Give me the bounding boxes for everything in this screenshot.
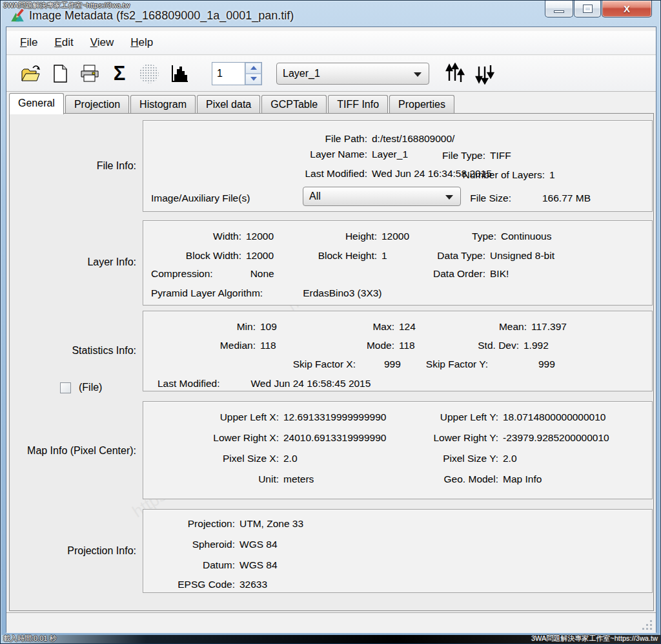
close-button[interactable]: X bbox=[602, 1, 652, 17]
aux-files-value: All bbox=[303, 191, 321, 202]
upper-left-x-value: 12.6913319999999990 bbox=[283, 411, 386, 423]
tab-tiff-info[interactable]: TIFF Info bbox=[328, 95, 388, 113]
num-layers-value: 1 bbox=[549, 169, 555, 181]
compression-value: None bbox=[250, 267, 274, 280]
open-file-button[interactable] bbox=[15, 59, 45, 88]
menu-bar: File Edit View Help bbox=[6, 31, 656, 55]
type-value: Continuous bbox=[501, 230, 551, 242]
lower-layer-button[interactable] bbox=[471, 59, 500, 88]
lower-right-x-label: Lower Right X: bbox=[213, 431, 279, 444]
last-modified-label: Last Modified: bbox=[305, 167, 368, 180]
lower-right-x-row: Lower Right X:24010.6913319999990 bbox=[279, 431, 386, 444]
spin-up-icon bbox=[250, 66, 257, 70]
stats-file-checkbox[interactable] bbox=[60, 382, 71, 393]
menu-file[interactable]: File bbox=[12, 32, 46, 53]
min-value: 109 bbox=[260, 320, 277, 333]
tab-properties[interactable]: Properties bbox=[389, 95, 454, 113]
status-bar bbox=[6, 612, 656, 633]
pyramid-row: Pyramid Layer Algorithm:ErdasBino3 (3X3) bbox=[151, 287, 382, 299]
layer-select-dropdown[interactable]: Layer_1 bbox=[276, 63, 429, 85]
resize-grip[interactable] bbox=[642, 619, 653, 630]
type-label: Type: bbox=[472, 230, 496, 242]
minimize-icon bbox=[554, 10, 564, 13]
median-value: 118 bbox=[260, 339, 276, 351]
histogram-button[interactable] bbox=[164, 59, 194, 88]
block-width-row: Block Width:12000 bbox=[241, 249, 274, 262]
layer-number-input[interactable] bbox=[212, 62, 245, 85]
num-layers-row: Number of Layers:1 bbox=[545, 169, 555, 181]
epsg-label: EPSG Code: bbox=[178, 578, 235, 590]
watermark-bottom-right: 3WA問題解決專家工作室~https://3wa.tw bbox=[531, 634, 658, 643]
maximize-button[interactable] bbox=[574, 1, 601, 17]
std-dev-row: Std. Dev:1.992 bbox=[519, 339, 549, 351]
app-icon bbox=[10, 8, 25, 24]
new-file-button[interactable] bbox=[45, 59, 75, 88]
layer-number-spinner bbox=[212, 62, 262, 85]
chevron-down-icon bbox=[445, 195, 453, 200]
aux-files-dropdown[interactable]: All bbox=[303, 187, 461, 206]
file-size-value: 166.77 MB bbox=[542, 192, 591, 204]
stats-file-checkbox-row: (File) bbox=[60, 382, 102, 393]
pixel-size-y-row: Pixel Size Y:2.0 bbox=[498, 452, 517, 464]
num-layers-label: Number of Layers: bbox=[463, 169, 545, 181]
unit-value: meters bbox=[283, 473, 314, 485]
data-type-label: Data Type: bbox=[437, 249, 485, 262]
menu-edit[interactable]: Edit bbox=[46, 32, 81, 53]
std-dev-value: 1.992 bbox=[524, 339, 549, 351]
compute-pyramid-button[interactable] bbox=[134, 59, 164, 88]
client-area: File Edit View Help bbox=[6, 26, 656, 632]
menu-view[interactable]: View bbox=[82, 32, 123, 53]
statistics-button[interactable]: Σ bbox=[105, 59, 134, 88]
epsg-row: EPSG Code:32633 bbox=[235, 578, 267, 590]
block-height-label: Block Height: bbox=[318, 249, 377, 262]
spin-down-icon bbox=[250, 77, 257, 81]
mean-label: Mean: bbox=[499, 320, 527, 333]
data-order-value: BIK! bbox=[490, 267, 509, 280]
min-row: Min:109 bbox=[256, 320, 277, 333]
datum-value: WGS 84 bbox=[239, 559, 278, 571]
max-value: 124 bbox=[399, 320, 416, 333]
compute-disabled-icon bbox=[139, 64, 159, 83]
pyramid-value: ErdasBino3 (3X3) bbox=[303, 287, 381, 299]
stats-file-checkbox-label: (File) bbox=[79, 382, 102, 393]
unit-row: Unit:meters bbox=[279, 473, 314, 485]
tab-gcptable[interactable]: GCPTable bbox=[261, 95, 327, 113]
raise-layer-button[interactable] bbox=[441, 59, 471, 88]
block-width-label: Block Width: bbox=[186, 249, 241, 262]
file-path-row: File Path:d:/test/168809000/ bbox=[367, 132, 454, 145]
tab-projection[interactable]: Projection bbox=[65, 95, 129, 113]
data-type-row: Data Type:Unsigned 8-bit bbox=[485, 249, 554, 262]
tab-general[interactable]: General bbox=[9, 93, 64, 114]
projection-label: Projection: bbox=[188, 517, 235, 530]
skip-factor-y-value: 999 bbox=[538, 358, 555, 370]
pixel-size-y-value: 2.0 bbox=[503, 452, 517, 464]
width-row: Width:12000 bbox=[241, 230, 274, 242]
stats-last-modified-value: Wed Jun 24 16:58:45 2015 bbox=[251, 377, 371, 390]
map-info-label: Map Info (Pixel Center): bbox=[10, 445, 136, 457]
spin-up-button[interactable] bbox=[245, 63, 261, 74]
sigma-icon: Σ bbox=[114, 62, 126, 85]
menu-help[interactable]: Help bbox=[122, 32, 161, 53]
mean-value: 117.397 bbox=[531, 320, 567, 333]
minimize-button[interactable] bbox=[545, 1, 573, 17]
lower-layer-icon bbox=[474, 63, 497, 85]
close-icon: X bbox=[624, 3, 630, 14]
window-title: Image Metadata (fs2_168809000_1a_0001_pa… bbox=[29, 9, 294, 23]
upper-left-x-label: Upper Left X: bbox=[220, 411, 279, 423]
spin-down-button[interactable] bbox=[245, 74, 261, 85]
raise-layer-icon bbox=[444, 63, 467, 85]
tab-histogram[interactable]: Histogram bbox=[130, 95, 196, 113]
skip-factor-y-row: Skip Factor Y:999 bbox=[488, 358, 555, 370]
geo-model-label: Geo. Model: bbox=[444, 473, 498, 485]
tab-pixel-data[interactable]: Pixel data bbox=[197, 95, 260, 113]
mode-label: Mode: bbox=[367, 339, 394, 351]
print-button[interactable] bbox=[75, 59, 105, 88]
bottom-strip: 載入時間:0.01 秒 3WA問題解決專家工作室~https://3wa.tw bbox=[1, 635, 660, 643]
maximize-icon bbox=[584, 5, 592, 12]
histogram-icon bbox=[168, 63, 190, 85]
block-height-row: Block Height:1 bbox=[377, 249, 387, 262]
layer-name-label: Layer Name: bbox=[310, 148, 367, 160]
lower-right-x-value: 24010.6913319999990 bbox=[283, 431, 386, 444]
layer-info-group: Width:12000 Height:12000 Type:Continuous… bbox=[143, 220, 653, 306]
file-info-group: File Path:d:/test/168809000/ Layer Name:… bbox=[143, 120, 653, 212]
